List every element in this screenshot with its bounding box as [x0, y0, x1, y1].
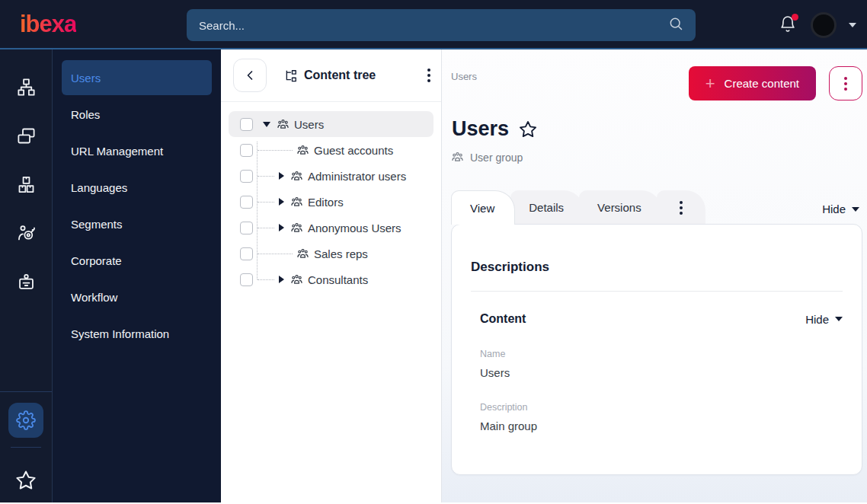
user-group-icon — [290, 170, 303, 183]
sidebar-divider — [11, 447, 41, 448]
audience-target-icon[interactable] — [16, 223, 37, 244]
badge-icon[interactable] — [16, 272, 37, 292]
tree-guide-line — [258, 228, 274, 228]
page-title: Users — [452, 117, 509, 141]
notification-badge — [792, 14, 798, 21]
favorite-star-icon[interactable] — [518, 120, 538, 139]
user-group-icon — [277, 118, 290, 131]
user-group-icon — [451, 151, 464, 164]
view-tab-panel: Descriptions Content Hide Name Users Des… — [451, 224, 862, 475]
sitemap-icon[interactable] — [16, 77, 37, 97]
sidebar-item-languages[interactable]: Languages — [62, 170, 212, 205]
user-menu-caret-icon[interactable] — [849, 23, 856, 27]
checkbox[interactable] — [240, 118, 253, 131]
content-type-label: User group — [451, 151, 862, 164]
content-tree: Users Guest accounts Administrator users — [221, 102, 441, 292]
user-group-icon — [296, 247, 309, 260]
settings-gear-icon — [16, 410, 36, 430]
admin-menu-sidebar: Users Roles URL Management Languages Seg… — [53, 49, 221, 502]
tab-bar: View Details Versions Hide — [451, 190, 862, 225]
field-name: Name Users — [471, 349, 843, 379]
plus-icon: + — [705, 75, 715, 92]
tree-options-kebab-icon[interactable] — [427, 69, 430, 82]
tab-versions[interactable]: Versions — [579, 190, 661, 225]
content-tree-title: Content tree — [304, 69, 376, 82]
caret-collapsed-icon[interactable] — [279, 276, 284, 283]
tree-item-users[interactable]: Users — [229, 111, 434, 137]
tree-item-label: Consultants — [308, 273, 368, 286]
main-content: Users + Create content Users User group — [442, 49, 867, 502]
caret-down-icon — [852, 207, 859, 212]
primary-icon-sidebar — [0, 49, 53, 502]
tree-item-editors[interactable]: Editors — [229, 189, 434, 215]
tree-item-label: Editors — [308, 196, 344, 209]
create-content-button[interactable]: + Create content — [689, 66, 816, 100]
tree-item-consultants[interactable]: Consultants — [229, 266, 434, 292]
tab-view[interactable]: View — [451, 190, 515, 225]
tree-item-administrator-users[interactable]: Administrator users — [229, 163, 434, 189]
field-label: Name — [480, 349, 843, 359]
tree-item-label: Users — [294, 118, 324, 131]
products-icon[interactable] — [16, 174, 37, 195]
bookmark-star-icon[interactable] — [14, 469, 37, 492]
sidebar-item-roles[interactable]: Roles — [62, 97, 212, 132]
user-group-icon — [290, 273, 303, 286]
chevron-left-icon — [242, 68, 258, 83]
search-icon[interactable] — [668, 16, 683, 34]
top-bar: ibexa — [0, 0, 867, 49]
tree-guide-line — [258, 202, 274, 203]
kebab-icon — [680, 201, 683, 215]
global-search[interactable] — [187, 9, 696, 41]
sidebar-item-workflow[interactable]: Workflow — [62, 279, 212, 314]
field-value: Main group — [480, 419, 843, 432]
hide-tabs-toggle[interactable]: Hide — [822, 203, 862, 225]
tab-more[interactable] — [657, 190, 705, 225]
sidebar-item-corporate[interactable]: Corporate — [62, 243, 212, 278]
checkbox[interactable] — [240, 247, 253, 260]
admin-settings-button[interactable] — [8, 403, 43, 438]
tree-item-label: Sales reps — [314, 247, 368, 260]
collapse-tree-button[interactable] — [233, 59, 267, 92]
content-group-title: Content — [480, 312, 526, 326]
tree-item-label: Guest accounts — [314, 144, 393, 157]
more-actions-button[interactable] — [829, 66, 862, 100]
checkbox[interactable] — [240, 170, 253, 183]
tree-guide-line — [258, 254, 293, 254]
breadcrumb[interactable]: Users — [451, 66, 477, 82]
descriptions-section-title: Descriptions — [471, 260, 843, 275]
caret-collapsed-icon[interactable] — [279, 172, 284, 180]
checkbox[interactable] — [240, 273, 253, 286]
tree-guide-line — [258, 150, 293, 151]
tab-details[interactable]: Details — [510, 190, 584, 225]
user-group-icon — [290, 196, 303, 209]
field-value: Users — [480, 366, 843, 379]
kebab-icon — [844, 77, 847, 91]
search-input[interactable] — [199, 19, 668, 32]
tree-item-guest-accounts[interactable]: Guest accounts — [229, 137, 434, 163]
checkbox[interactable] — [240, 222, 253, 234]
sidebar-item-system-information[interactable]: System Information — [62, 316, 212, 351]
tree-item-label: Administrator users — [308, 170, 406, 183]
caret-collapsed-icon[interactable] — [279, 198, 284, 206]
user-group-icon — [290, 222, 303, 234]
checkbox[interactable] — [240, 144, 253, 157]
hide-content-toggle[interactable]: Hide — [805, 313, 843, 326]
user-group-icon — [296, 144, 309, 157]
tree-guide-line — [258, 279, 274, 280]
tree-guide-line — [258, 176, 274, 177]
sidebar-item-users[interactable]: Users — [62, 60, 212, 95]
tree-item-label: Anonymous Users — [308, 222, 402, 234]
notifications-bell-icon[interactable] — [779, 15, 798, 35]
sidebar-item-url-management[interactable]: URL Management — [62, 133, 212, 168]
tree-item-anonymous-users[interactable]: Anonymous Users — [229, 215, 434, 241]
field-description: Description Main group — [471, 402, 843, 432]
checkbox[interactable] — [240, 196, 253, 209]
tree-item-sales-reps[interactable]: Sales reps — [229, 241, 434, 266]
caret-expanded-icon[interactable] — [263, 122, 270, 127]
caret-collapsed-icon[interactable] — [279, 224, 284, 231]
pages-icon[interactable] — [16, 126, 37, 146]
sidebar-item-segments[interactable]: Segments — [62, 206, 212, 241]
content-tree-panel: Content tree Users Guest accounts — [221, 49, 442, 502]
user-avatar[interactable] — [811, 12, 837, 38]
ibexa-logo: ibexa — [20, 11, 76, 38]
